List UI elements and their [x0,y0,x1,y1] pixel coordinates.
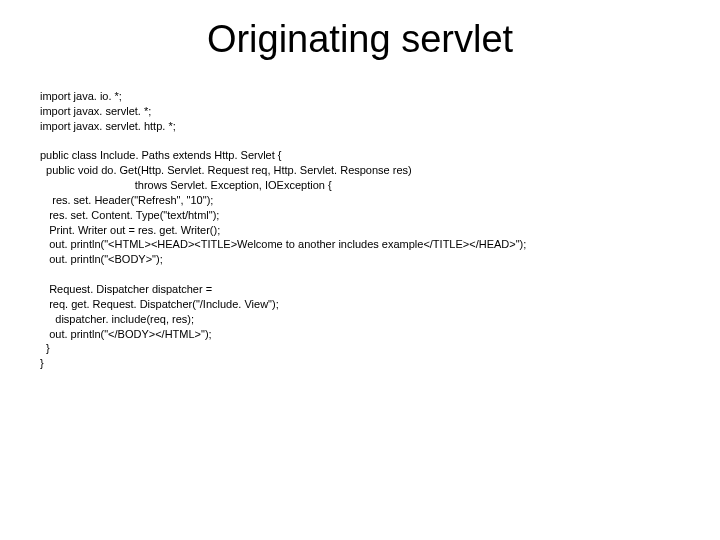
code-block: import java. io. *; import javax. servle… [40,89,680,371]
slide-container: Originating servlet import java. io. *; … [0,0,720,391]
slide-title: Originating servlet [40,18,680,61]
